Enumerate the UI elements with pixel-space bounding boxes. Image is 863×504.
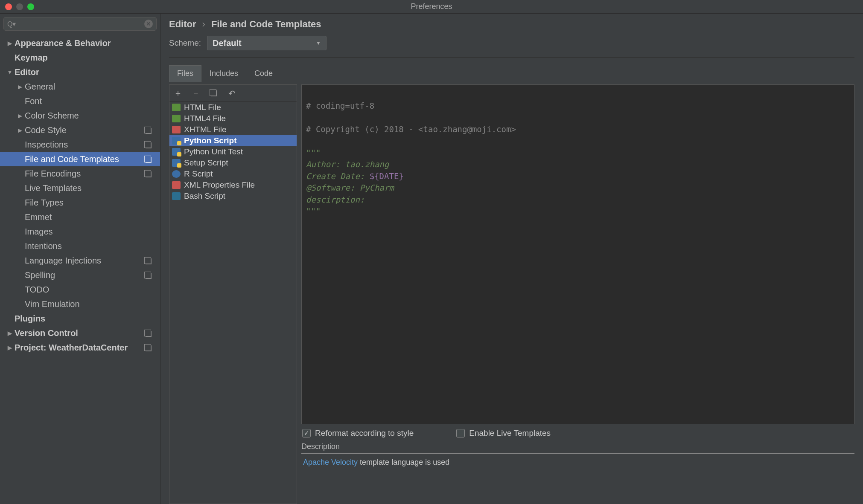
clear-search-icon[interactable]: ✕ <box>144 20 153 28</box>
project-scope-icon <box>146 271 153 279</box>
search-input[interactable]: Q▾ ✕ <box>3 17 157 31</box>
html-file-icon <box>172 104 181 111</box>
template-item-xhtml-file[interactable]: XHTML File <box>169 124 297 135</box>
sidebar-item-keymap[interactable]: Keymap <box>0 50 160 65</box>
tab-code[interactable]: Code <box>246 65 281 82</box>
sidebar-item-label: Appearance & Behavior <box>15 38 111 48</box>
template-item-label: Python Unit Test <box>184 147 243 156</box>
sidebar-item-label: Project: WeatherDataCenter <box>15 343 128 353</box>
sidebar-item-plugins[interactable]: Plugins <box>0 311 160 326</box>
code-line: """ <box>306 206 321 216</box>
sidebar-item-vim-emulation[interactable]: Vim Emulation <box>0 297 160 311</box>
sidebar-item-version-control[interactable]: ▶Version Control <box>0 326 160 340</box>
template-item-xml-properties-file[interactable]: XML Properties File <box>169 180 297 191</box>
copy-icon <box>211 90 217 96</box>
chevron-down-icon: ▼ <box>316 40 321 46</box>
scheme-select[interactable]: Default ▼ <box>207 36 327 50</box>
template-item-python-script[interactable]: Python Script <box>169 135 297 146</box>
revert-template-button[interactable]: ↶ <box>227 88 237 98</box>
template-code-editor[interactable]: # coding=utf-8 # Copyright (c) 2018 - <t… <box>301 84 854 424</box>
project-scope-icon <box>146 170 153 177</box>
description-link[interactable]: Apache Velocity <box>303 458 358 466</box>
minimize-window-button[interactable] <box>16 3 23 10</box>
breadcrumb-separator: › <box>202 19 205 30</box>
scheme-value: Default <box>213 38 242 48</box>
sidebar-item-live-templates[interactable]: Live Templates <box>0 181 160 195</box>
template-item-html-file[interactable]: HTML File <box>169 102 297 113</box>
sidebar-item-color-scheme[interactable]: ▶Color Scheme <box>0 108 160 123</box>
preferences-sidebar: Q▾ ✕ ▶Appearance & BehaviorKeymap▼Editor… <box>0 14 160 504</box>
template-item-label: Bash Script <box>184 191 225 201</box>
sidebar-item-spelling[interactable]: Spelling <box>0 268 160 282</box>
sidebar-item-editor[interactable]: ▼Editor <box>0 65 160 79</box>
template-item-python-unit-test[interactable]: Python Unit Test <box>169 146 297 157</box>
breadcrumb-parent: Editor <box>169 19 196 30</box>
code-line: descirption: <box>306 195 364 204</box>
sidebar-item-inspections[interactable]: Inspections <box>0 137 160 152</box>
sidebar-item-label: Inspections <box>25 140 68 150</box>
copy-template-button[interactable] <box>209 88 219 98</box>
live-templates-checkbox[interactable]: Enable Live Templates <box>456 429 551 438</box>
template-item-label: XHTML File <box>184 125 227 134</box>
sidebar-item-language-injections[interactable]: Language Injections <box>0 253 160 268</box>
code-line: Create Date: <box>306 171 370 181</box>
template-item-r-script[interactable]: R Script <box>169 168 297 180</box>
sidebar-item-label: Editor <box>15 67 39 77</box>
project-scope-icon <box>146 344 153 351</box>
sidebar-item-emmet[interactable]: Emmet <box>0 210 160 224</box>
sidebar-item-images[interactable]: Images <box>0 224 160 239</box>
sidebar-item-label: Vim Emulation <box>25 299 80 309</box>
code-line: """ <box>306 148 321 157</box>
template-item-setup-script[interactable]: Setup Script <box>169 157 297 168</box>
checkbox-icon <box>302 429 311 437</box>
checkbox-icon <box>456 429 465 437</box>
window-title: Preferences <box>411 2 452 11</box>
breadcrumb: Editor › File and Code Templates <box>169 19 854 30</box>
template-item-label: HTML File <box>184 103 221 112</box>
project-scope-icon <box>146 329 153 337</box>
sidebar-item-label: Code Style <box>25 125 67 135</box>
tab-includes[interactable]: Includes <box>201 65 246 82</box>
settings-tree: ▶Appearance & BehaviorKeymap▼Editor▶Gene… <box>0 34 160 504</box>
sidebar-item-file-encodings[interactable]: File Encodings <box>0 166 160 181</box>
sidebar-item-label: Images <box>25 227 53 237</box>
xhtml-file-icon <box>172 126 181 133</box>
sidebar-item-label: Live Templates <box>25 183 82 193</box>
template-item-html4-file[interactable]: HTML4 File <box>169 113 297 124</box>
py-file-icon <box>172 148 181 156</box>
description-label: Description <box>301 442 854 451</box>
sidebar-item-label: File and Code Templates <box>25 154 119 164</box>
template-list: HTML FileHTML4 FileXHTML FilePython Scri… <box>169 102 297 504</box>
sidebar-item-intentions[interactable]: Intentions <box>0 239 160 253</box>
sidebar-item-project-weatherdatacenter[interactable]: ▶Project: WeatherDataCenter <box>0 340 160 355</box>
close-window-button[interactable] <box>5 3 12 10</box>
expand-icon: ▶ <box>5 345 15 351</box>
sidebar-item-file-types[interactable]: File Types <box>0 195 160 210</box>
html4-file-icon <box>172 115 181 122</box>
reformat-checkbox[interactable]: Reformat according to style <box>302 429 414 438</box>
window-titlebar: Preferences <box>0 0 863 14</box>
project-scope-icon <box>146 126 153 134</box>
template-tabs: FilesIncludesCode <box>169 65 854 82</box>
remove-template-button: － <box>191 88 201 98</box>
code-line: Author: tao.zhang <box>306 159 389 169</box>
sidebar-item-file-and-code-templates[interactable]: File and Code Templates <box>0 152 160 166</box>
template-item-label: Setup Script <box>184 158 228 168</box>
tab-files[interactable]: Files <box>169 65 201 82</box>
add-template-button[interactable]: ＋ <box>173 88 183 98</box>
live-templates-label: Enable Live Templates <box>469 429 551 438</box>
template-item-label: R Script <box>184 169 213 179</box>
sidebar-item-label: Font <box>25 96 42 106</box>
sidebar-item-todo[interactable]: TODO <box>0 282 160 297</box>
expand-icon: ▶ <box>5 40 15 46</box>
sidebar-item-general[interactable]: ▶General <box>0 79 160 94</box>
sidebar-item-code-style[interactable]: ▶Code Style <box>0 123 160 137</box>
project-scope-icon <box>146 155 153 163</box>
code-line: @Software: PyCharm <box>306 183 394 192</box>
expand-icon: ▶ <box>15 84 25 90</box>
template-item-bash-script[interactable]: Bash Script <box>169 191 297 202</box>
sidebar-item-appearance-behavior[interactable]: ▶Appearance & Behavior <box>0 36 160 50</box>
sidebar-item-font[interactable]: Font <box>0 94 160 108</box>
main-panel: Editor › File and Code Templates Scheme:… <box>160 14 863 504</box>
maximize-window-button[interactable] <box>27 3 34 10</box>
